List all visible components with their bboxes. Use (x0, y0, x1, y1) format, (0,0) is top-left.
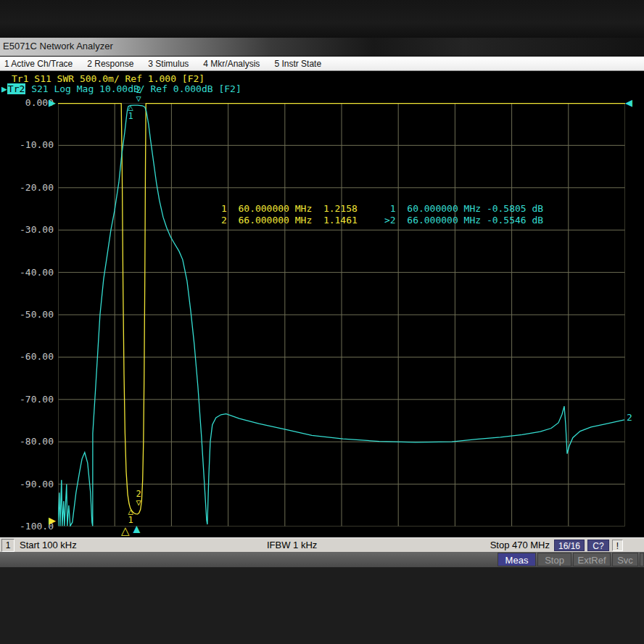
y-label-100: -100.0 (0, 521, 54, 532)
marker2-glyph-tr2: 2 ▽ (133, 86, 144, 103)
measurement-display: Tr1 S11 SWR 500.0m/ Ref 1.000 [F2] ▶Tr2 … (0, 71, 644, 537)
menu-response[interactable]: 2 Response (80, 59, 141, 69)
trace1-info-row[interactable]: Tr1 S11 SWR 500.0m/ Ref 1.000 [F2] (12, 73, 205, 84)
marker2-down-triangle-icon: ▽ (136, 498, 141, 507)
stop-frequency-label: Stop 470 MHz (490, 540, 550, 550)
window-title: E5071C Network Analyzer (3, 41, 113, 51)
marker-readout-tr1: 1 60.000000 MHz 1.2158 2 66.000000 MHz 1… (221, 203, 358, 226)
marker1-number: 1 (128, 112, 133, 120)
menu-bar: 1 Active Ch/Trace 2 Response 3 Stimulus … (0, 57, 644, 71)
y-label-80: -80.00 (0, 436, 54, 447)
cal-status-badge: C? (587, 540, 609, 551)
status-bar: 1 Start 100 kHz IFBW 1 kHz Stop 470 MHz … (0, 537, 644, 552)
stop-button[interactable]: Stop (537, 553, 571, 566)
svc-button[interactable]: Svc (612, 553, 638, 566)
trace2-label-inverted: Tr2 (7, 83, 25, 94)
bottom-toolbar: Meas Stop ExtRef Svc (0, 552, 644, 568)
y-label-60: -60.00 (0, 351, 54, 362)
marker2-glyph-tr1: 2 ▽ (133, 490, 144, 507)
y-label-50: -50.00 (0, 309, 54, 320)
y-label-0: 0.000 (0, 97, 54, 108)
meas-button[interactable]: Meas (498, 553, 536, 566)
menu-instr-state[interactable]: 5 Instr State (267, 59, 329, 69)
toolbar-buttons: Meas Stop ExtRef Svc (496, 553, 644, 566)
marker2-down-triangle-icon: ▽ (136, 94, 141, 103)
y-label-10: -10.00 (0, 139, 54, 150)
menu-active-ch-trace[interactable]: 1 Active Ch/Trace (0, 59, 80, 69)
active-trace-arrow-icon: ▶ (1, 83, 7, 94)
marker-readout-tr2: 1 60.000000 MHz -0.5805 dB >2 66.000000 … (384, 203, 543, 226)
channel-number-box: 1 (1, 539, 15, 552)
y-label-40: -40.00 (0, 267, 54, 278)
points-badge: 16/16 (554, 540, 585, 551)
marker1-glyph-tr2: △ 1 (125, 103, 136, 120)
trace2-end-label: 2 (627, 412, 632, 424)
menu-stimulus[interactable]: 3 Stimulus (141, 59, 196, 69)
tr2-ref-level-arrow-right-icon: ◀ (625, 98, 632, 107)
toolbar-button-partial[interactable] (640, 553, 644, 566)
menu-mkr-analysis[interactable]: 4 Mkr/Analysis (196, 59, 267, 69)
window-titlebar: E5071C Network Analyzer (0, 38, 644, 57)
y-label-90: -90.00 (0, 479, 54, 490)
extref-button[interactable]: ExtRef (573, 553, 611, 566)
tr2-ref-level-arrow-left-icon: ▶ (49, 98, 56, 107)
active-marker-position-triangle-icon: ▲ (131, 524, 143, 534)
y-label-70: -70.00 (0, 394, 54, 405)
tr1-ref-level-arrow-icon: ▶ (49, 516, 56, 525)
start-frequency-label: Start 100 kHz (20, 540, 77, 550)
ifbw-label: IFBW 1 kHz (267, 540, 317, 550)
y-label-30: -30.00 (0, 224, 54, 235)
instrument-bezel-bottom (0, 568, 644, 644)
screenshot-root: E5071C Network Analyzer 1 Active Ch/Trac… (0, 0, 644, 644)
graticule-plot (58, 103, 625, 527)
alert-badge: ! (612, 540, 623, 551)
trace2-info-row[interactable]: ▶Tr2 S21 Log Mag 10.00dB/ Ref 0.000dB [F… (1, 83, 242, 94)
y-label-20: -20.00 (0, 182, 54, 193)
marker-position-outline-triangle-icon: △ (121, 526, 130, 536)
instrument-bezel-top (0, 0, 644, 38)
